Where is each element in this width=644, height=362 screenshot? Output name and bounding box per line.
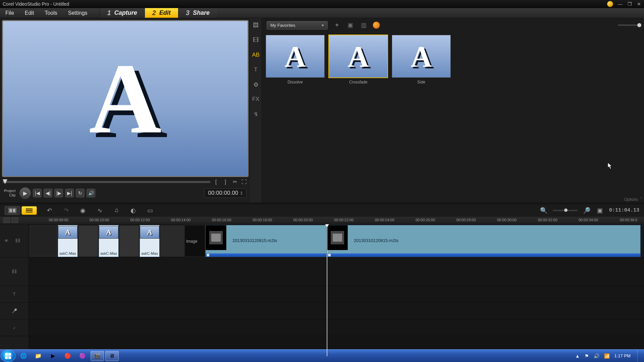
transition-dissolve[interactable]: A Dissolve xyxy=(265,35,326,84)
clip-thumb[interactable] xyxy=(30,226,57,256)
clip-photo[interactable]: A askC-Mas xyxy=(99,225,119,257)
enlarge-icon[interactable]: ⛶ xyxy=(240,178,248,186)
mark-out-icon[interactable]: ] xyxy=(222,178,229,186)
scrub-slider[interactable] xyxy=(3,181,210,183)
step-label: Capture xyxy=(114,9,137,16)
options-label: Options xyxy=(624,197,638,202)
track-head-title[interactable]: T xyxy=(0,286,29,303)
menu-file[interactable]: File xyxy=(0,8,19,18)
show-desktop-button[interactable] xyxy=(637,350,641,362)
timeline-view-button[interactable] xyxy=(21,206,37,215)
tray-up-icon[interactable]: ▲ xyxy=(575,353,580,359)
mark-in-icon[interactable]: [ xyxy=(212,178,220,186)
ruler-mode-a[interactable] xyxy=(3,218,10,223)
clip-video-a[interactable]: 20130310120815.m2ts xyxy=(205,225,327,257)
taskbar-ie-icon[interactable]: 🌐 xyxy=(17,351,30,361)
track-head-video[interactable]: 👁 🎞 xyxy=(0,224,29,258)
tray-flag-icon[interactable]: ⚑ xyxy=(585,353,589,359)
timecode-field[interactable]: 00:00:00.00 ▲▼ xyxy=(204,188,247,198)
overlay-track-icon: 🎞 xyxy=(12,269,16,274)
restore-button[interactable]: ❐ xyxy=(627,2,632,6)
zoom-out-icon[interactable]: 🔍 xyxy=(539,206,548,215)
mixer-button[interactable]: ∿ xyxy=(95,206,104,215)
undo-button[interactable]: ↶ xyxy=(45,206,54,215)
tray-clock[interactable]: 1:17 PM xyxy=(614,353,631,358)
track-head-music[interactable]: ♪ xyxy=(0,319,29,336)
menu-settings[interactable]: Settings xyxy=(63,8,93,18)
clip-label: askC-Mas xyxy=(100,251,117,255)
clip-mode-label[interactable]: Clip xyxy=(4,193,15,197)
playhead[interactable] xyxy=(327,224,327,356)
tray-network-icon[interactable]: 📶 xyxy=(604,353,610,359)
step-edit[interactable]: 2 Edit xyxy=(145,8,178,18)
apply-current-icon[interactable]: ▣ xyxy=(346,21,355,29)
title-orb-icon[interactable] xyxy=(607,1,613,7)
taskbar-app-pink-icon[interactable]: 🟣 xyxy=(76,351,89,361)
clip-photo[interactable]: A askC-Mas xyxy=(58,225,78,257)
options-panel-toggle[interactable]: Options ˄ xyxy=(624,197,642,202)
preview-window[interactable]: A xyxy=(2,20,249,177)
tray-volume-icon[interactable]: 🔊 xyxy=(594,353,599,359)
transition-side[interactable]: A Side xyxy=(391,35,452,84)
fit-project-icon[interactable]: ▣ xyxy=(596,206,604,215)
graphic-icon[interactable]: ✿ xyxy=(252,81,260,88)
transition-crossfade[interactable]: A Crossfade xyxy=(328,35,389,84)
timeline-zoom-slider[interactable] xyxy=(553,210,578,211)
subtitle-button[interactable]: ▭ xyxy=(146,206,154,215)
clip-photo[interactable]: A askC-Mas xyxy=(140,225,160,257)
start-button[interactable] xyxy=(1,350,15,362)
record-button[interactable]: ◉ xyxy=(78,206,87,215)
step-num: 1 xyxy=(107,9,111,17)
track-head-overlay[interactable]: 🎞 xyxy=(0,258,29,286)
taskbar-explorer-icon[interactable]: 📁 xyxy=(32,351,45,361)
library-category-bar: 🖼 🎞 AB T ✿ FX ↯ xyxy=(250,18,262,202)
apply-random-icon[interactable]: ▥ xyxy=(359,21,368,29)
end-button[interactable]: ▶| xyxy=(65,189,74,197)
taskbar-app-other-icon[interactable]: 🖥 xyxy=(105,351,119,361)
menu-edit[interactable]: Edit xyxy=(19,8,40,18)
redo-button[interactable]: ↷ xyxy=(62,206,70,215)
track-area[interactable]: A askC-Mas A askC-Mas A askC-Mas Image xyxy=(29,224,644,362)
menu-tools[interactable]: Tools xyxy=(39,8,62,18)
step-share[interactable]: 3 Share xyxy=(178,8,217,18)
play-button[interactable]: ▶ xyxy=(19,187,31,199)
transition-icon[interactable]: AB xyxy=(252,52,260,58)
title-icon[interactable]: T xyxy=(252,66,260,73)
storyboard-view-button[interactable] xyxy=(5,206,20,215)
add-to-favorites-icon[interactable]: ✦ xyxy=(332,21,341,29)
clip-thumb[interactable] xyxy=(160,226,184,256)
ruler-tick: 00:00:36:0 xyxy=(620,218,637,222)
thumb-size-slider[interactable] xyxy=(618,24,639,26)
taskbar-app-red-icon[interactable]: 🔴 xyxy=(61,351,74,361)
library-gallery-dropdown[interactable]: My Favorites xyxy=(267,21,328,29)
auto-music-button[interactable]: ♫ xyxy=(112,206,121,215)
taskbar-videostudio-icon[interactable]: 🎬 xyxy=(91,351,104,361)
zoom-in-icon[interactable]: 🔎 xyxy=(582,206,591,215)
split-icon[interactable]: ✂ xyxy=(231,178,238,186)
volume-button[interactable]: 🔊 xyxy=(87,189,95,197)
track-motion-button[interactable]: ◐ xyxy=(129,206,138,215)
eye-icon[interactable]: 👁 xyxy=(4,238,9,243)
next-frame-button[interactable]: |▶ xyxy=(54,189,63,197)
track-head-voice[interactable]: 🎤 xyxy=(0,303,29,319)
prev-frame-button[interactable]: ◀| xyxy=(44,189,52,197)
close-button[interactable]: ✕ xyxy=(637,2,641,6)
clip-audio-strip xyxy=(206,253,326,257)
path-icon[interactable]: ↯ xyxy=(252,111,260,117)
minimize-button[interactable]: — xyxy=(618,2,623,6)
taskbar-media-icon[interactable]: ▶ xyxy=(46,351,60,361)
timeline-ruler[interactable]: 00:00:08:0000:00:10:0000:00:12:0000:00:1… xyxy=(0,217,644,224)
ruler-mode-b[interactable] xyxy=(11,218,18,223)
filter-icon[interactable]: FX xyxy=(252,96,260,103)
clip-image[interactable]: Image xyxy=(184,225,205,257)
home-button[interactable]: |◀ xyxy=(33,189,42,197)
clip-thumb[interactable] xyxy=(119,226,139,256)
repeat-button[interactable]: ↻ xyxy=(76,189,85,197)
clip-video-b[interactable]: 20130310120815.m2ts xyxy=(327,225,641,257)
get-more-icon[interactable] xyxy=(373,21,380,29)
instant-project-icon[interactable]: 🎞 xyxy=(252,37,260,44)
clip-thumb[interactable] xyxy=(78,226,98,256)
step-capture[interactable]: 1 Capture xyxy=(100,8,145,18)
project-mode-label[interactable]: Project xyxy=(4,189,15,193)
media-icon[interactable]: 🖼 xyxy=(252,22,260,29)
